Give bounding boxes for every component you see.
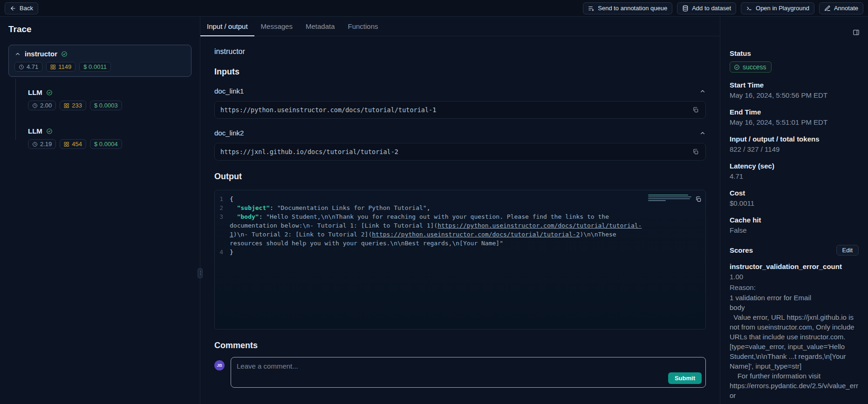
cost-badge: $ 0.0011 [79, 62, 111, 72]
cost-badge: $ 0.0003 [90, 101, 122, 110]
trace-span-children: LLM 2.00 233 $ 0.0003 LL [22, 83, 191, 154]
tab-messages[interactable]: Messages [254, 17, 299, 36]
main-panel: Input / output Messages Metadata Functio… [200, 17, 720, 404]
annotate-label: Annotate [834, 5, 858, 12]
submit-comment-button[interactable]: Submit [668, 372, 702, 384]
span-title: instructor [214, 47, 706, 56]
trace-panel-title: Trace [8, 24, 191, 34]
add-to-dataset-button[interactable]: Add to dataset [677, 2, 736, 14]
edit-scores-button[interactable]: Edit [836, 245, 859, 256]
copy-icon [692, 107, 699, 113]
latency-value: 4.71 [27, 63, 38, 70]
status-badge: success [730, 61, 772, 73]
line-number: 1 [215, 195, 230, 203]
span-row: instructor [14, 50, 185, 58]
field-value: 4.71 [730, 172, 859, 181]
line-number: 3 [215, 212, 230, 248]
input-group-doc-link2: doc_link2 https://jxnl.github.io/docs/tu… [214, 129, 706, 161]
panel-right-icon [853, 29, 860, 36]
field-label: Start Time [730, 81, 859, 89]
output-heading: Output [214, 172, 706, 182]
field-label: Cache hit [730, 216, 859, 224]
tab-bar: Input / output Messages Metadata Functio… [200, 17, 720, 36]
code-segment: } [230, 249, 233, 256]
field-label: End Time [730, 108, 859, 116]
clock-icon [32, 141, 38, 147]
field-label: Cost [730, 189, 859, 197]
clock-icon [32, 103, 38, 108]
chevron-up-icon[interactable] [699, 130, 706, 136]
field-value: False [730, 226, 859, 235]
pen-icon [824, 5, 831, 12]
input-value-box: https://jxnl.github.io/docs/tutorial/tut… [214, 143, 706, 161]
comments-heading: Comments [214, 341, 706, 350]
tokens-value: 454 [72, 141, 82, 148]
field-end-time: End Time May 16, 2024, 5:51:01 PM EDT [730, 108, 859, 127]
code-segment: "Documentation Links for Python Tutorial… [277, 204, 427, 211]
field-cache-hit: Cache hit False [730, 216, 859, 235]
code-segment: )\n- Tutorial 2: [Link to Tutorial 2]( [233, 231, 372, 238]
minimap[interactable] [648, 194, 692, 202]
panel-resize-handle[interactable]: ⋮ [198, 268, 203, 278]
code-segment: { [230, 195, 233, 202]
chevron-up-icon[interactable] [14, 51, 21, 57]
span-name: LLM [28, 127, 42, 135]
send-to-annotation-queue-button[interactable]: Send to annotation queue [583, 2, 672, 14]
tab-functions[interactable]: Functions [342, 17, 385, 36]
scores-header: Scores Edit [730, 245, 859, 256]
scores-heading: Scores [730, 246, 753, 254]
span-row: LLM [28, 127, 185, 135]
span-badges: 2.00 233 $ 0.0003 [28, 101, 185, 110]
trace-span-llm-2[interactable]: LLM 2.19 454 $ 0.0004 [22, 122, 191, 154]
status-label: Status [730, 49, 859, 57]
comment-input-box: Submit [231, 357, 706, 388]
inputs-heading: Inputs [214, 67, 706, 77]
score-reason-label: Reason: [730, 283, 859, 292]
topbar-actions: Send to annotation queue Add to dataset … [583, 2, 863, 14]
main-content: instructor Inputs doc_link1 https://pyth… [200, 36, 720, 404]
span-name: LLM [28, 88, 42, 96]
copy-button[interactable] [691, 148, 700, 156]
check-circle-icon [46, 89, 53, 96]
field-cost: Cost $0.0011 [730, 189, 859, 208]
back-label: Back [20, 5, 33, 12]
clock-icon [19, 64, 24, 70]
field-value: $0.0011 [730, 199, 859, 208]
latency-value: 2.19 [40, 141, 52, 148]
comment-input[interactable] [231, 357, 705, 373]
output-code-editor[interactable]: 1{2 "subject": "Documentation Links for … [214, 190, 706, 330]
span-badges: 2.19 454 $ 0.0004 [28, 139, 185, 149]
input-label-row: doc_link1 [214, 87, 706, 95]
line-content: { [230, 195, 649, 203]
grid-icon [64, 103, 69, 108]
open-in-playground-label: Open in Playground [756, 5, 809, 12]
code-segment [230, 204, 237, 211]
grid-icon [50, 64, 56, 70]
tab-input-output[interactable]: Input / output [200, 17, 254, 36]
collapse-panel-button[interactable] [852, 28, 861, 37]
code-line: 2 "subject": "Documentation Links for Py… [215, 203, 649, 212]
code-segment: "subject" [237, 204, 270, 211]
database-icon [682, 5, 689, 12]
latency-value: 2.00 [40, 102, 52, 109]
topbar: Back Send to annotation queue Add to dat… [0, 0, 868, 17]
status-value: success [743, 63, 766, 71]
chevron-up-icon[interactable] [699, 88, 706, 94]
status-field: Status success [730, 49, 859, 73]
field-latency: Latency (sec) 4.71 [730, 162, 859, 181]
add-to-dataset-label: Add to dataset [692, 5, 731, 12]
tokens-badge: 454 [60, 139, 86, 149]
trace-span-llm-1[interactable]: LLM 2.00 233 $ 0.0003 [22, 83, 191, 115]
back-button[interactable]: Back [5, 2, 38, 14]
tab-metadata[interactable]: Metadata [299, 17, 342, 36]
open-in-playground-button[interactable]: Open in Playground [741, 2, 814, 14]
input-label-row: doc_link2 [214, 129, 706, 137]
copy-button[interactable] [691, 106, 700, 114]
trace-span-instructor[interactable]: instructor 4.71 1149 $ 0.0011 [8, 45, 191, 77]
line-number: 4 [215, 248, 230, 256]
field-label: Latency (sec) [730, 162, 859, 170]
input-name: doc_link1 [214, 87, 244, 95]
copy-output-button[interactable] [694, 195, 703, 203]
field-start-time: Start Time May 16, 2024, 5:50:56 PM EDT [730, 81, 859, 100]
annotate-button[interactable]: Annotate [819, 2, 863, 14]
